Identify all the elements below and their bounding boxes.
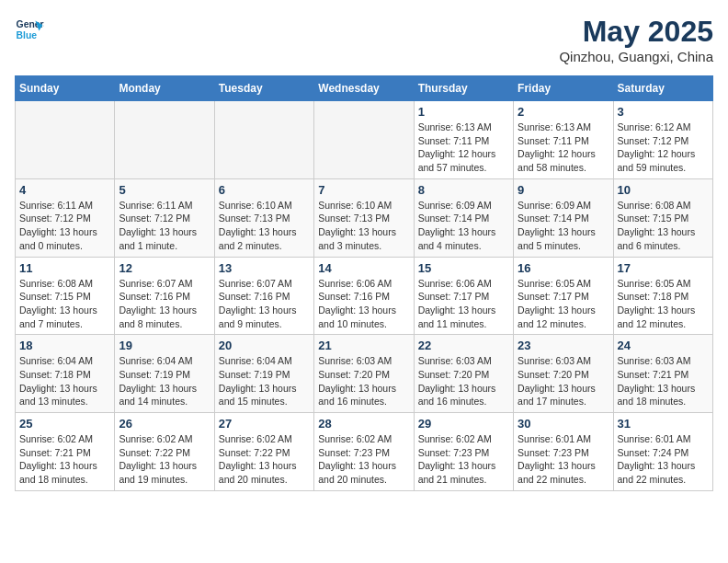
- calendar-day-cell: 1Sunrise: 6:13 AMSunset: 7:11 PMDaylight…: [414, 101, 513, 179]
- day-number: 26: [119, 417, 210, 431]
- day-info: Sunrise: 6:09 AMSunset: 7:14 PMDaylight:…: [518, 199, 609, 253]
- calendar-day-cell: 7Sunrise: 6:10 AMSunset: 7:13 PMDaylight…: [314, 178, 414, 257]
- day-of-week-header: Tuesday: [214, 76, 313, 101]
- day-info: Sunrise: 6:10 AMSunset: 7:13 PMDaylight:…: [219, 199, 310, 253]
- day-number: 15: [418, 261, 509, 275]
- calendar-day-cell: 2Sunrise: 6:13 AMSunset: 7:11 PMDaylight…: [514, 101, 613, 179]
- day-info: Sunrise: 6:02 AMSunset: 7:22 PMDaylight:…: [219, 432, 310, 487]
- day-info: Sunrise: 6:13 AMSunset: 7:11 PMDaylight:…: [518, 121, 609, 175]
- day-number: 20: [219, 339, 310, 352]
- calendar-day-cell: 25Sunrise: 6:02 AMSunset: 7:21 PMDayligh…: [16, 413, 115, 491]
- day-of-week-header: Saturday: [613, 76, 712, 101]
- page-header: General Blue May 2025 Qinzhou, Guangxi, …: [15, 15, 713, 64]
- day-number: 5: [119, 183, 210, 197]
- day-info: Sunrise: 6:03 AMSunset: 7:20 PMDaylight:…: [318, 354, 409, 408]
- calendar-day-cell: 15Sunrise: 6:06 AMSunset: 7:17 PMDayligh…: [414, 257, 513, 335]
- calendar-day-cell: 27Sunrise: 6:02 AMSunset: 7:22 PMDayligh…: [214, 413, 313, 491]
- day-number: 8: [418, 183, 509, 197]
- calendar-day-cell: [314, 101, 414, 179]
- calendar-week-row: 11Sunrise: 6:08 AMSunset: 7:15 PMDayligh…: [16, 257, 713, 335]
- day-number: 7: [318, 183, 409, 197]
- day-number: 24: [618, 339, 709, 352]
- month-year: May 2025: [559, 15, 713, 49]
- day-info: Sunrise: 6:02 AMSunset: 7:22 PMDaylight:…: [119, 432, 210, 487]
- calendar-day-cell: 5Sunrise: 6:11 AMSunset: 7:12 PMDaylight…: [115, 178, 214, 257]
- logo-icon: General Blue: [15, 15, 44, 44]
- day-of-week-header: Wednesday: [314, 76, 414, 101]
- day-number: 28: [318, 417, 409, 431]
- calendar-week-row: 18Sunrise: 6:04 AMSunset: 7:18 PMDayligh…: [16, 335, 713, 413]
- day-number: 18: [19, 339, 110, 352]
- calendar: SundayMondayTuesdayWednesdayThursdayFrid…: [15, 75, 713, 491]
- calendar-day-cell: 24Sunrise: 6:03 AMSunset: 7:21 PMDayligh…: [613, 335, 712, 413]
- day-number: 3: [618, 105, 709, 119]
- day-info: Sunrise: 6:06 AMSunset: 7:17 PMDaylight:…: [418, 277, 509, 331]
- day-info: Sunrise: 6:01 AMSunset: 7:24 PMDaylight:…: [618, 432, 709, 487]
- day-info: Sunrise: 6:05 AMSunset: 7:18 PMDaylight:…: [618, 277, 709, 331]
- svg-text:Blue: Blue: [17, 30, 38, 40]
- calendar-week-row: 1Sunrise: 6:13 AMSunset: 7:11 PMDaylight…: [16, 101, 713, 179]
- calendar-day-cell: 30Sunrise: 6:01 AMSunset: 7:23 PMDayligh…: [514, 413, 613, 491]
- calendar-week-row: 25Sunrise: 6:02 AMSunset: 7:21 PMDayligh…: [16, 413, 713, 491]
- calendar-day-cell: 11Sunrise: 6:08 AMSunset: 7:15 PMDayligh…: [16, 257, 115, 335]
- day-info: Sunrise: 6:09 AMSunset: 7:14 PMDaylight:…: [418, 199, 509, 253]
- calendar-day-cell: 23Sunrise: 6:03 AMSunset: 7:20 PMDayligh…: [514, 335, 613, 413]
- day-number: 30: [518, 417, 609, 431]
- day-info: Sunrise: 6:08 AMSunset: 7:15 PMDaylight:…: [618, 199, 709, 253]
- day-number: 29: [418, 417, 509, 431]
- day-of-week-header: Sunday: [16, 76, 115, 101]
- day-info: Sunrise: 6:02 AMSunset: 7:21 PMDaylight:…: [19, 432, 110, 487]
- day-info: Sunrise: 6:02 AMSunset: 7:23 PMDaylight:…: [418, 432, 509, 487]
- calendar-day-cell: 28Sunrise: 6:02 AMSunset: 7:23 PMDayligh…: [314, 413, 414, 491]
- title-block: May 2025 Qinzhou, Guangxi, China: [559, 15, 713, 64]
- day-number: 9: [518, 183, 609, 197]
- calendar-day-cell: 20Sunrise: 6:04 AMSunset: 7:19 PMDayligh…: [214, 335, 313, 413]
- day-number: 27: [219, 417, 310, 431]
- day-number: 21: [318, 339, 409, 352]
- day-info: Sunrise: 6:06 AMSunset: 7:16 PMDaylight:…: [318, 277, 409, 331]
- calendar-day-cell: 17Sunrise: 6:05 AMSunset: 7:18 PMDayligh…: [613, 257, 712, 335]
- calendar-day-cell: 31Sunrise: 6:01 AMSunset: 7:24 PMDayligh…: [613, 413, 712, 491]
- calendar-day-cell: 9Sunrise: 6:09 AMSunset: 7:14 PMDaylight…: [514, 178, 613, 257]
- calendar-week-row: 4Sunrise: 6:11 AMSunset: 7:12 PMDaylight…: [16, 178, 713, 257]
- day-info: Sunrise: 6:13 AMSunset: 7:11 PMDaylight:…: [418, 121, 509, 175]
- calendar-day-cell: 16Sunrise: 6:05 AMSunset: 7:17 PMDayligh…: [514, 257, 613, 335]
- calendar-day-cell: 10Sunrise: 6:08 AMSunset: 7:15 PMDayligh…: [613, 178, 712, 257]
- day-info: Sunrise: 6:08 AMSunset: 7:15 PMDaylight:…: [19, 277, 110, 331]
- day-info: Sunrise: 6:01 AMSunset: 7:23 PMDaylight:…: [518, 432, 609, 487]
- day-info: Sunrise: 6:10 AMSunset: 7:13 PMDaylight:…: [318, 199, 409, 253]
- day-number: 4: [19, 183, 110, 197]
- calendar-day-cell: 4Sunrise: 6:11 AMSunset: 7:12 PMDaylight…: [16, 178, 115, 257]
- day-info: Sunrise: 6:05 AMSunset: 7:17 PMDaylight:…: [518, 277, 609, 331]
- day-number: 6: [219, 183, 310, 197]
- day-info: Sunrise: 6:03 AMSunset: 7:21 PMDaylight:…: [618, 354, 709, 408]
- day-info: Sunrise: 6:04 AMSunset: 7:19 PMDaylight:…: [219, 354, 310, 408]
- calendar-day-cell: 3Sunrise: 6:12 AMSunset: 7:12 PMDaylight…: [613, 101, 712, 179]
- calendar-day-cell: 22Sunrise: 6:03 AMSunset: 7:20 PMDayligh…: [414, 335, 513, 413]
- day-number: 10: [618, 183, 709, 197]
- day-info: Sunrise: 6:11 AMSunset: 7:12 PMDaylight:…: [19, 199, 110, 253]
- day-number: 12: [119, 261, 210, 275]
- day-number: 11: [19, 261, 110, 275]
- calendar-day-cell: 18Sunrise: 6:04 AMSunset: 7:18 PMDayligh…: [16, 335, 115, 413]
- calendar-day-cell: 21Sunrise: 6:03 AMSunset: 7:20 PMDayligh…: [314, 335, 414, 413]
- calendar-day-cell: [115, 101, 214, 179]
- day-info: Sunrise: 6:07 AMSunset: 7:16 PMDaylight:…: [119, 277, 210, 331]
- calendar-header-row: SundayMondayTuesdayWednesdayThursdayFrid…: [16, 76, 713, 101]
- calendar-day-cell: [16, 101, 115, 179]
- calendar-day-cell: 19Sunrise: 6:04 AMSunset: 7:19 PMDayligh…: [115, 335, 214, 413]
- day-info: Sunrise: 6:04 AMSunset: 7:19 PMDaylight:…: [119, 354, 210, 408]
- calendar-day-cell: 12Sunrise: 6:07 AMSunset: 7:16 PMDayligh…: [115, 257, 214, 335]
- calendar-day-cell: 6Sunrise: 6:10 AMSunset: 7:13 PMDaylight…: [214, 178, 313, 257]
- day-info: Sunrise: 6:12 AMSunset: 7:12 PMDaylight:…: [618, 121, 709, 175]
- day-number: 23: [518, 339, 609, 352]
- day-of-week-header: Monday: [115, 76, 214, 101]
- calendar-day-cell: 29Sunrise: 6:02 AMSunset: 7:23 PMDayligh…: [414, 413, 513, 491]
- day-of-week-header: Friday: [514, 76, 613, 101]
- day-number: 13: [219, 261, 310, 275]
- calendar-day-cell: 26Sunrise: 6:02 AMSunset: 7:22 PMDayligh…: [115, 413, 214, 491]
- day-info: Sunrise: 6:03 AMSunset: 7:20 PMDaylight:…: [418, 354, 509, 408]
- day-info: Sunrise: 6:03 AMSunset: 7:20 PMDaylight:…: [518, 354, 609, 408]
- day-of-week-header: Thursday: [414, 76, 513, 101]
- day-number: 2: [518, 105, 609, 119]
